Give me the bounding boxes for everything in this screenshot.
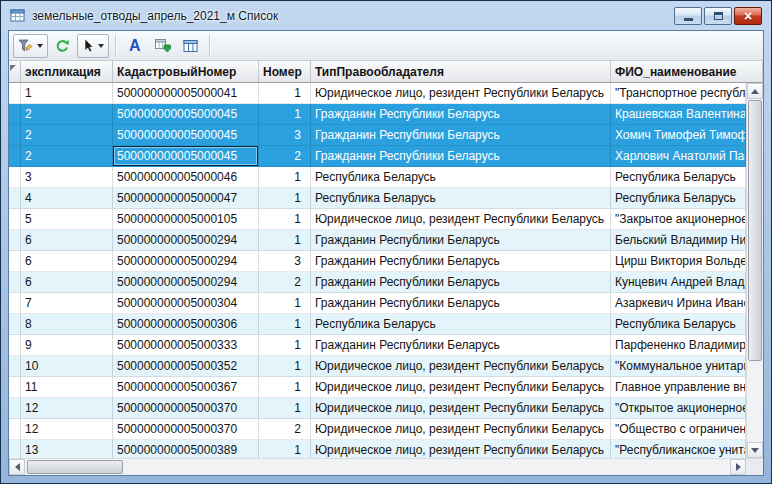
- row-selector[interactable]: [9, 314, 21, 335]
- cell-holder-type[interactable]: Юридическое лицо, резидент Республики Бе…: [311, 377, 611, 398]
- cell-name[interactable]: Цирш Виктория Вольдемаро: [611, 251, 746, 272]
- cell-name[interactable]: "Республиканское унитарное: [611, 440, 746, 458]
- row-selector[interactable]: [9, 209, 21, 230]
- cell-number[interactable]: 1: [259, 230, 311, 251]
- table-view-button[interactable]: [178, 34, 203, 58]
- table-row[interactable]: 13 500000000005000389 1 Юридическое лицо…: [9, 440, 746, 458]
- cell-name[interactable]: Харлович Анатолий Павлови: [611, 146, 746, 167]
- row-selector[interactable]: [9, 272, 21, 293]
- vertical-scroll-thumb[interactable]: [748, 100, 762, 361]
- cell-cadastral[interactable]: 500000000005000045: [113, 104, 259, 125]
- cell-cadastral[interactable]: 500000000005000041: [113, 83, 259, 104]
- cell-holder-type[interactable]: Юридическое лицо, резидент Республики Бе…: [311, 83, 611, 104]
- cell-cadastral[interactable]: 500000000005000045: [113, 125, 259, 146]
- column-header-name[interactable]: ФИО_наименование: [611, 61, 763, 83]
- cell-number[interactable]: 3: [259, 125, 311, 146]
- cell-holder-type[interactable]: Юридическое лицо, резидент Республики Бе…: [311, 440, 611, 458]
- table-row[interactable]: 8 500000000005000306 1 Республика Белару…: [9, 314, 746, 335]
- cell-explication[interactable]: 6: [21, 230, 113, 251]
- table-row[interactable]: 9 500000000005000333 1 Гражданин Республ…: [9, 335, 746, 356]
- cell-holder-type[interactable]: Республика Беларусь: [311, 188, 611, 209]
- row-selector[interactable]: [9, 167, 21, 188]
- vertical-scrollbar[interactable]: [746, 83, 763, 458]
- cell-number[interactable]: 1: [259, 293, 311, 314]
- titlebar[interactable]: земельные_отводы_апрель_2021_м Список ×: [8, 1, 764, 30]
- cell-name[interactable]: Республика Беларусь: [611, 167, 746, 188]
- cell-cadastral[interactable]: 500000000005000294: [113, 230, 259, 251]
- cell-number[interactable]: 2: [259, 272, 311, 293]
- refresh-button[interactable]: [50, 34, 75, 58]
- row-selector[interactable]: [9, 398, 21, 419]
- cell-cadastral[interactable]: 500000000005000389: [113, 440, 259, 458]
- cell-name[interactable]: Хомич Тимофей Тимофеевич: [611, 125, 746, 146]
- cell-number[interactable]: 3: [259, 251, 311, 272]
- cell-explication[interactable]: 11: [21, 377, 113, 398]
- cell-holder-type[interactable]: Гражданин Республики Беларусь: [311, 230, 611, 251]
- cell-explication[interactable]: 1: [21, 83, 113, 104]
- cell-number[interactable]: 1: [259, 188, 311, 209]
- cell-name[interactable]: "Транспортное республиканс: [611, 83, 746, 104]
- cell-holder-type[interactable]: Гражданин Республики Беларусь: [311, 272, 611, 293]
- cell-cadastral[interactable]: 500000000005000045: [113, 146, 259, 167]
- row-selector[interactable]: [9, 146, 21, 167]
- row-selector[interactable]: [9, 251, 21, 272]
- cell-name[interactable]: Главное управление внутре: [611, 377, 746, 398]
- cell-number[interactable]: 1: [259, 356, 311, 377]
- cell-explication[interactable]: 2: [21, 104, 113, 125]
- cell-number[interactable]: 2: [259, 419, 311, 440]
- cell-number[interactable]: 1: [259, 314, 311, 335]
- row-selector[interactable]: [9, 293, 21, 314]
- table-row[interactable]: 2 500000000005000045 3 Гражданин Республ…: [9, 125, 746, 146]
- cell-number[interactable]: 1: [259, 335, 311, 356]
- cell-number[interactable]: 1: [259, 83, 311, 104]
- scroll-right-button[interactable]: [730, 459, 746, 475]
- cell-holder-type[interactable]: Гражданин Республики Беларусь: [311, 146, 611, 167]
- cell-cadastral[interactable]: 500000000005000046: [113, 167, 259, 188]
- cell-name[interactable]: "Открытое акционерное общ: [611, 398, 746, 419]
- cell-holder-type[interactable]: Юридическое лицо, резидент Республики Бе…: [311, 398, 611, 419]
- cell-holder-type[interactable]: Юридическое лицо, резидент Республики Бе…: [311, 419, 611, 440]
- row-selector[interactable]: [9, 419, 21, 440]
- table-row[interactable]: 10 500000000005000352 1 Юридическое лицо…: [9, 356, 746, 377]
- corner-header-cell[interactable]: [9, 61, 21, 83]
- row-selector[interactable]: [9, 83, 21, 104]
- cell-explication[interactable]: 13: [21, 440, 113, 458]
- cell-cadastral[interactable]: 500000000005000047: [113, 188, 259, 209]
- cell-explication[interactable]: 6: [21, 272, 113, 293]
- row-selector[interactable]: [9, 356, 21, 377]
- cell-holder-type[interactable]: Гражданин Республики Беларусь: [311, 125, 611, 146]
- maximize-button[interactable]: [704, 7, 732, 25]
- row-selector[interactable]: [9, 377, 21, 398]
- cell-explication[interactable]: 5: [21, 209, 113, 230]
- cell-cadastral[interactable]: 500000000005000294: [113, 272, 259, 293]
- horizontal-scrollbar[interactable]: [9, 458, 763, 475]
- cell-cadastral[interactable]: 500000000005000294: [113, 251, 259, 272]
- cell-explication[interactable]: 4: [21, 188, 113, 209]
- cell-holder-type[interactable]: Республика Беларусь: [311, 314, 611, 335]
- row-selector[interactable]: [9, 188, 21, 209]
- cell-cadastral[interactable]: 500000000005000352: [113, 356, 259, 377]
- add-table-button[interactable]: [150, 34, 176, 58]
- cell-holder-type[interactable]: Гражданин Республики Беларусь: [311, 293, 611, 314]
- font-style-button[interactable]: A: [122, 34, 148, 58]
- cell-holder-type[interactable]: Республика Беларусь: [311, 167, 611, 188]
- table-row[interactable]: 11 500000000005000367 1 Юридическое лицо…: [9, 377, 746, 398]
- column-header-number[interactable]: Номер: [259, 61, 311, 83]
- row-selector[interactable]: [9, 335, 21, 356]
- cell-cadastral[interactable]: 500000000005000304: [113, 293, 259, 314]
- column-header-cadastral[interactable]: КадастровыйНомер: [113, 61, 259, 83]
- cell-cadastral[interactable]: 500000000005000370: [113, 398, 259, 419]
- cell-holder-type[interactable]: Гражданин Республики Беларусь: [311, 104, 611, 125]
- column-header-explication[interactable]: экспликация: [21, 61, 113, 83]
- cell-name[interactable]: "Коммунальное унитарное п: [611, 356, 746, 377]
- row-selector[interactable]: [9, 440, 21, 458]
- vertical-scroll-track[interactable]: [747, 99, 763, 442]
- table-row[interactable]: 1 500000000005000041 1 Юридическое лицо,…: [9, 83, 746, 104]
- cell-number[interactable]: 1: [259, 104, 311, 125]
- cell-explication[interactable]: 6: [21, 251, 113, 272]
- table-row[interactable]: 12 500000000005000370 1 Юридическое лицо…: [9, 398, 746, 419]
- table-row[interactable]: 6 500000000005000294 3 Гражданин Республ…: [9, 251, 746, 272]
- row-selector[interactable]: [9, 104, 21, 125]
- cell-number[interactable]: 1: [259, 398, 311, 419]
- minimize-button[interactable]: [674, 7, 702, 25]
